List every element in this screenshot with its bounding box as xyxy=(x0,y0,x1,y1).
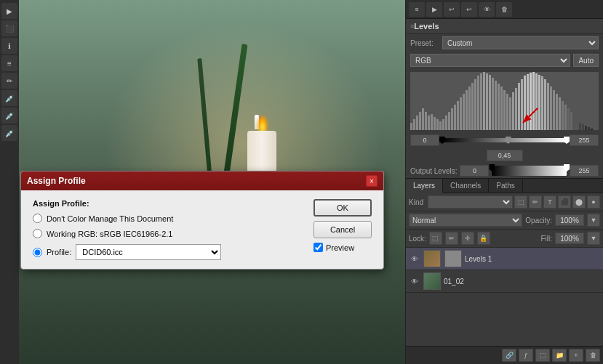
black-point-handle[interactable] xyxy=(439,137,445,144)
panel-icon-4[interactable]: ↩ xyxy=(461,2,477,17)
photo-canvas: ▶ ⬛ ℹ ≡ ✏ 💉 💉 💉 Assign Profile × Assign … xyxy=(0,0,405,364)
dialog-close-button[interactable]: × xyxy=(366,175,378,187)
dialog-content: Assign Profile: Don't Color Manage This … xyxy=(21,190,383,269)
input-black-point[interactable] xyxy=(410,134,439,146)
icon-filter5[interactable]: ⬤ xyxy=(572,195,586,209)
svg-rect-28 xyxy=(489,75,491,130)
layer-thumb-levels1 xyxy=(423,250,441,267)
fill-input[interactable] xyxy=(555,232,584,244)
preset-dropdown[interactable]: Custom xyxy=(442,36,599,49)
input-white-point[interactable] xyxy=(570,134,599,146)
square-tool[interactable]: ⬛ xyxy=(1,20,17,36)
svg-rect-32 xyxy=(500,86,503,130)
white-point-handle[interactable] xyxy=(564,137,570,144)
output-levels-row: Output Levels: xyxy=(406,163,603,178)
option1-radio-label[interactable]: Don't Color Manage This Document xyxy=(33,214,305,223)
add-mask-btn[interactable]: ⬚ xyxy=(535,349,550,362)
icon-filter4[interactable]: ⬛ xyxy=(558,195,571,209)
tab-channels[interactable]: Channels xyxy=(443,179,489,193)
output-black-handle[interactable] xyxy=(489,164,495,171)
svg-rect-2 xyxy=(413,119,415,130)
tab-paths[interactable]: Paths xyxy=(489,179,523,193)
option1-radio[interactable] xyxy=(33,214,42,223)
svg-rect-8 xyxy=(431,114,433,130)
list-tool[interactable]: ≡ xyxy=(1,55,17,71)
panel-icon-2[interactable]: ▶ xyxy=(426,2,442,17)
panel-icon-5[interactable]: 👁 xyxy=(479,2,495,17)
svg-rect-17 xyxy=(457,101,459,130)
option2-radio[interactable] xyxy=(33,229,42,238)
cancel-button[interactable]: Cancel xyxy=(314,221,372,238)
svg-rect-61 xyxy=(585,126,587,130)
panel-icon-3[interactable]: ↩ xyxy=(444,2,460,17)
output-max-input[interactable] xyxy=(570,165,599,177)
option3-radio[interactable] xyxy=(33,248,42,257)
output-min-input[interactable] xyxy=(460,165,489,177)
svg-rect-3 xyxy=(416,116,418,130)
new-layer-btn[interactable]: + xyxy=(569,349,583,362)
icon-filter2[interactable]: ✏ xyxy=(529,195,542,209)
opacity-expand[interactable]: ▼ xyxy=(587,214,600,227)
icon-filter3[interactable]: T xyxy=(543,195,556,209)
svg-rect-9 xyxy=(434,117,436,130)
layer-item-levels1[interactable]: 👁 Levels 1 xyxy=(406,248,603,270)
delete-layer-btn[interactable]: 🗑 xyxy=(586,349,600,362)
preview-checkbox[interactable] xyxy=(314,243,323,252)
midtone-input[interactable] xyxy=(487,150,523,161)
profile-dropdown[interactable]: DCID60.icc xyxy=(76,244,221,260)
play-tool[interactable]: ▶ xyxy=(1,3,17,19)
info-tool[interactable]: ℹ xyxy=(1,38,17,54)
lock-all[interactable]: 🔒 xyxy=(477,232,490,245)
svg-rect-38 xyxy=(518,83,520,130)
output-white-handle[interactable] xyxy=(564,164,570,171)
panel-icon-1[interactable]: ≡ xyxy=(409,2,425,17)
option3-radio-label[interactable]: Profile: xyxy=(33,248,71,257)
lock-transparent[interactable]: ⬚ xyxy=(429,232,442,245)
auto-button[interactable]: Auto xyxy=(573,54,599,67)
lock-pixels[interactable]: ✏ xyxy=(445,232,458,245)
svg-rect-54 xyxy=(564,105,567,130)
new-group-btn[interactable]: 📁 xyxy=(552,349,567,362)
dialog-title: Assign Profile xyxy=(27,176,86,186)
option2-radio-label[interactable]: Working RGB: sRGB IEC61966-2.1 xyxy=(33,229,305,238)
midtone-handle[interactable] xyxy=(506,137,511,144)
svg-rect-36 xyxy=(512,92,514,130)
dialog-right-section: OK Cancel Preview xyxy=(314,199,372,260)
svg-rect-26 xyxy=(483,72,485,130)
layers-bottom-toolbar: 🔗 ƒ ⬚ 📁 + 🗑 xyxy=(406,346,603,364)
add-style-btn[interactable]: ƒ xyxy=(519,349,533,362)
eye-icon-01-02[interactable]: 👁 xyxy=(409,275,420,287)
link-layers-btn[interactable]: 🔗 xyxy=(502,349,516,362)
svg-rect-19 xyxy=(463,94,465,130)
blend-mode-dropdown[interactable]: Normal xyxy=(409,214,522,227)
icon-filter1[interactable]: ⬚ xyxy=(514,195,527,209)
svg-rect-48 xyxy=(547,83,549,130)
icon-filter6[interactable]: ● xyxy=(587,195,600,209)
svg-rect-46 xyxy=(541,76,543,130)
lock-position[interactable]: ✛ xyxy=(461,232,474,245)
layer-mask-levels1 xyxy=(444,250,462,267)
kind-dropdown[interactable] xyxy=(428,195,513,209)
input-levels-row xyxy=(406,133,603,147)
output-gradient xyxy=(492,166,567,176)
opacity-input[interactable] xyxy=(555,214,584,226)
svg-rect-45 xyxy=(538,75,540,130)
svg-rect-18 xyxy=(460,97,462,130)
channel-dropdown[interactable]: RGB xyxy=(410,54,570,67)
channel-row: RGB Auto xyxy=(406,52,603,69)
eyedrop3-tool[interactable]: 💉 xyxy=(1,125,17,141)
eye-icon-levels1[interactable]: 👁 xyxy=(409,253,420,264)
layer-item-01-02[interactable]: 👁 01_02 xyxy=(406,270,603,293)
tab-layers[interactable]: Layers xyxy=(406,179,443,193)
svg-rect-10 xyxy=(436,119,439,130)
fill-expand[interactable]: ▼ xyxy=(587,232,600,245)
eyedrop-tool[interactable]: 💉 xyxy=(1,90,17,106)
eyedrop2-tool[interactable]: 💉 xyxy=(1,108,17,124)
ok-button[interactable]: OK xyxy=(314,199,372,217)
panel-icon-6[interactable]: 🗑 xyxy=(496,2,512,17)
option3-label: Profile: xyxy=(47,248,71,256)
svg-rect-15 xyxy=(451,108,453,130)
layer-name-levels1: Levels 1 xyxy=(465,255,600,263)
pen-tool[interactable]: ✏ xyxy=(1,73,17,89)
svg-rect-37 xyxy=(515,88,517,130)
